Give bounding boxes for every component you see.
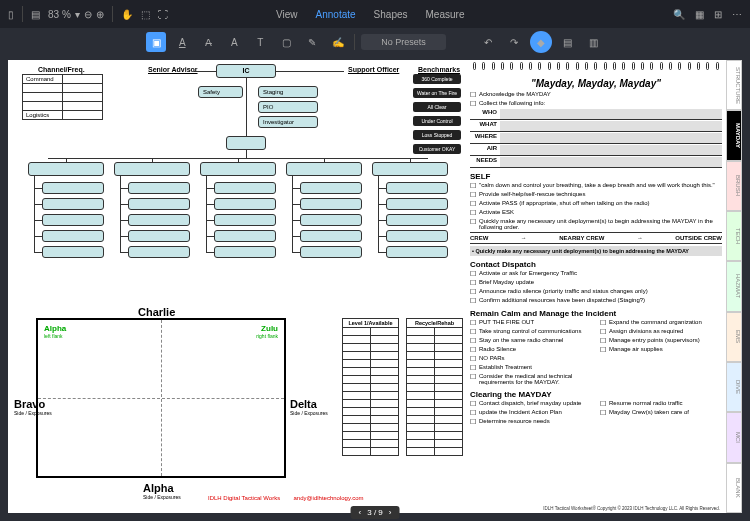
text-squiggle-icon[interactable]: A xyxy=(224,32,244,52)
more-icon[interactable]: ⋯ xyxy=(732,9,742,20)
tab-dive[interactable]: DIVE xyxy=(726,362,742,412)
tab-measure[interactable]: Measure xyxy=(426,9,465,20)
pager[interactable]: ‹ 3 / 9 › xyxy=(351,506,400,519)
next-page-icon[interactable]: › xyxy=(389,508,392,517)
safety-box: Safety xyxy=(198,86,243,98)
mayday-title: "Mayday, Mayday, Mayday" xyxy=(470,78,722,89)
doc-icon[interactable]: ▤ xyxy=(31,9,40,20)
highlight-tool[interactable]: ▣ xyxy=(146,32,166,52)
tab-blank[interactable]: BLANK xyxy=(726,463,742,513)
redo-icon[interactable]: ↷ xyxy=(504,32,524,52)
text-strike-icon[interactable]: A̶ xyxy=(198,32,218,52)
page-number: 3 / 9 xyxy=(367,508,383,517)
tab-ems[interactable]: EMS xyxy=(726,312,742,362)
chevron-down-icon[interactable]: ▾ xyxy=(75,9,80,20)
tab-brush[interactable]: BRUSH xyxy=(726,161,742,211)
spiral-binding xyxy=(470,62,722,72)
benchmark-item: Customer OKAY xyxy=(413,144,461,154)
tab-tech[interactable]: TECH xyxy=(726,211,742,261)
benchmark-item: Under Control xyxy=(413,116,461,126)
benchmark-item: 360 Complete xyxy=(413,74,461,84)
pio-box: PIO xyxy=(258,101,318,113)
alpha-flank: Alphaleft flank xyxy=(44,324,66,339)
benchmark-item: Loss Stopped xyxy=(413,130,461,140)
document-page: STRUCTURE MAYDAY BRUSH TECH HAZMAT EMS D… xyxy=(8,60,742,513)
footer-red: IDLH Digital Tactical Works andy@idlhtec… xyxy=(208,495,364,501)
quad-box: Alphaleft flank Zuluright flank xyxy=(36,318,286,478)
channel-table: Command Logistics xyxy=(22,74,103,120)
zulu-flank: Zuluright flank xyxy=(256,324,278,339)
org-sub-box xyxy=(226,136,266,150)
channel-title: Channel/Freq. xyxy=(38,66,85,73)
tab-structure[interactable]: STRUCTURE xyxy=(726,60,742,110)
benchmark-item: Water on The Fire xyxy=(413,88,461,98)
quad-bottom: AlphaSide / Exposures xyxy=(143,482,181,500)
benchmark-item: All Clear xyxy=(413,102,461,112)
senior-advisor-label: Senior Advisor xyxy=(148,66,198,73)
note-icon[interactable]: ▢ xyxy=(276,32,296,52)
grid-icon[interactable]: ▦ xyxy=(695,9,704,20)
stamp-icon[interactable]: ▥ xyxy=(584,32,604,52)
tab-mayday[interactable]: MAYDAY xyxy=(726,110,742,160)
side-tabs: STRUCTURE MAYDAY BRUSH TECH HAZMAT EMS D… xyxy=(726,60,742,513)
quad-top: Charlie xyxy=(138,306,175,318)
investigator-box: Investigator xyxy=(258,116,318,128)
undo-icon[interactable]: ↶ xyxy=(478,32,498,52)
sidebar-icon[interactable]: ▯ xyxy=(8,9,14,20)
search-icon[interactable]: 🔍 xyxy=(673,9,685,20)
crop-icon[interactable]: ⛶ xyxy=(158,9,168,20)
select-icon[interactable]: ⬚ xyxy=(141,9,150,20)
preset-dropdown[interactable]: No Presets xyxy=(361,34,446,50)
staging-box: Staging xyxy=(258,86,318,98)
level-table: Level 1/Available xyxy=(342,318,399,456)
recycle-table: Recycle/Rehab xyxy=(406,318,463,456)
zoom-in-icon[interactable]: ⊕ xyxy=(96,9,104,20)
mayday-panel: "Mayday, Mayday, Mayday" Acknowledge the… xyxy=(470,76,722,427)
hand-icon[interactable]: ✋ xyxy=(121,9,133,20)
quad-right: DeltaSide / Exposures xyxy=(290,398,328,416)
quad-left: BravoSide / Exposures xyxy=(14,398,52,416)
tab-hazmat[interactable]: HAZMAT xyxy=(726,261,742,311)
support-officer-label: Support Officer xyxy=(348,66,399,73)
prev-page-icon[interactable]: ‹ xyxy=(359,508,362,517)
tab-shapes[interactable]: Shapes xyxy=(374,9,408,20)
zoom-level[interactable]: 83 % xyxy=(48,9,71,20)
text-add-icon[interactable]: T xyxy=(250,32,270,52)
eraser-icon[interactable]: ◆ xyxy=(530,31,552,53)
tab-view[interactable]: View xyxy=(276,9,298,20)
text-underline-icon[interactable]: A xyxy=(172,32,192,52)
draw-icon[interactable]: ✎ xyxy=(302,32,322,52)
zoom-out-icon[interactable]: ⊖ xyxy=(84,9,92,20)
tab-mci[interactable]: MCI xyxy=(726,412,742,462)
ic-box: IC xyxy=(216,64,276,78)
footer-copy: IDLH Tactical Worksheet® Copyright © 202… xyxy=(543,506,720,511)
add-icon[interactable]: ⊞ xyxy=(714,9,722,20)
sign-icon[interactable]: ✍ xyxy=(328,32,348,52)
clipboard-icon[interactable]: ▤ xyxy=(558,32,578,52)
benchmarks-title: Benchmarks xyxy=(418,66,460,73)
tab-annotate[interactable]: Annotate xyxy=(316,9,356,20)
